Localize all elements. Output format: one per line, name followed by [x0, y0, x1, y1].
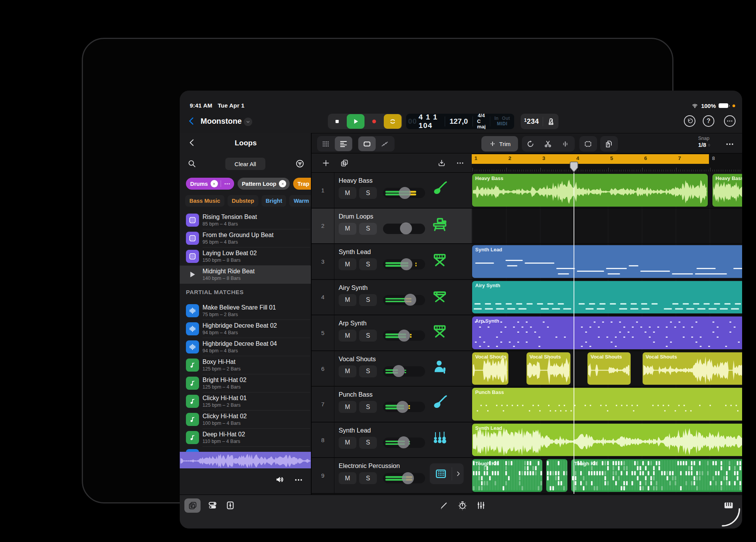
solo-button[interactable]: S: [359, 437, 377, 449]
solo-button[interactable]: S: [359, 365, 377, 377]
mute-button[interactable]: M: [339, 401, 356, 413]
instrument-keyboard-stand-icon[interactable]: [431, 322, 448, 339]
loop-list-item[interactable]: Boxy Hi-Hat125 bpm – 2 Bars: [180, 356, 312, 374]
mute-button[interactable]: M: [339, 365, 356, 377]
volume-knob[interactable]: [398, 436, 410, 448]
volume-slider[interactable]: [383, 295, 425, 305]
record-button[interactable]: [365, 114, 383, 129]
mute-button[interactable]: M: [339, 294, 356, 306]
region-vocal-shouts[interactable]: Vocal Shouts: [472, 352, 508, 385]
solo-button[interactable]: S: [359, 401, 377, 413]
fader-panel-button[interactable]: [225, 500, 235, 510]
volume-slider[interactable]: [383, 259, 425, 269]
region-heavy-bass[interactable]: Heavy Bass: [712, 174, 742, 207]
solo-button[interactable]: S: [359, 258, 377, 270]
arrangement-lanes[interactable]: Heavy BassHeavy BassSynth LeadAiry Synth…: [472, 173, 742, 494]
track-header-6[interactable]: 6Vocal ShoutsMS: [312, 351, 472, 387]
solo-button[interactable]: S: [359, 330, 377, 342]
import-track-button[interactable]: [437, 159, 446, 167]
timeline-ruler[interactable]: 12345678: [472, 153, 742, 173]
instrument-singer-icon[interactable]: [431, 358, 448, 375]
volume-knob[interactable]: [402, 472, 414, 484]
region-segment[interactable]: [546, 459, 567, 492]
volume-slider[interactable]: [383, 330, 425, 341]
volume-knob[interactable]: [393, 365, 405, 377]
loop-list-item[interactable]: Highbridge Decree Beat 0494 bpm – 4 Bars: [180, 338, 312, 356]
volume-slider[interactable]: [383, 473, 425, 483]
track-header-2[interactable]: 2Drum LoopsMS: [312, 209, 472, 244]
volume-knob[interactable]: [400, 258, 412, 270]
region-select-tool-button[interactable]: [358, 136, 376, 151]
playhead-pin[interactable]: [570, 162, 578, 173]
instrument-bass-guitar-icon[interactable]: [431, 394, 448, 411]
mute-button[interactable]: M: [339, 223, 356, 235]
track-header-more-button[interactable]: [456, 159, 464, 167]
back-chevron-icon[interactable]: [187, 116, 197, 126]
duplicate-track-button[interactable]: [340, 159, 349, 167]
region-punch-bass[interactable]: Punch Bass: [472, 388, 742, 421]
loop-list-item[interactable]: From the Ground Up Beat95 bpm – 4 Bars: [180, 229, 312, 247]
volume-slider[interactable]: [383, 402, 425, 412]
metronome-icon[interactable]: [547, 118, 555, 126]
region-heavy-bass[interactable]: Heavy Bass: [472, 174, 708, 207]
volume-knob[interactable]: [404, 294, 416, 306]
instrument-bass-guitar-icon[interactable]: [431, 180, 448, 197]
solo-button[interactable]: S: [359, 223, 377, 235]
track-header-9[interactable]: 9Electronic PercussionMS: [312, 458, 472, 494]
paste-tool-button[interactable]: [600, 136, 618, 151]
track-header-1[interactable]: 1Heavy BassMS: [312, 173, 472, 209]
volume-knob[interactable]: [399, 187, 411, 199]
mixer-button[interactable]: [476, 500, 486, 510]
toolbar-more-button[interactable]: [725, 140, 734, 149]
volume-knob[interactable]: [397, 401, 408, 413]
project-title[interactable]: Moonstone: [201, 117, 242, 126]
project-chevron-down-icon[interactable]: [244, 118, 252, 126]
preview-more-button[interactable]: [294, 475, 303, 485]
cycle-range-band[interactable]: [472, 154, 709, 164]
region-airy-synth[interactable]: Airy Synth: [472, 281, 742, 314]
instrument-keyboard-flat-icon[interactable]: [431, 287, 448, 304]
automation-tool-button[interactable]: [376, 136, 393, 151]
track-header-5[interactable]: 5Arp SynthMS: [312, 315, 472, 351]
loop-list-item[interactable]: Deep Hi-Hat 02110 bpm – 4 Bars: [180, 429, 312, 447]
region-vocal-shouts[interactable]: Vocal Shouts: [643, 352, 742, 385]
undo-button[interactable]: [684, 115, 695, 127]
region-vocal-shouts[interactable]: Vocal Shouts: [587, 352, 631, 385]
solo-button[interactable]: S: [359, 472, 377, 484]
volume-slider[interactable]: [383, 438, 425, 448]
mute-button[interactable]: M: [339, 187, 356, 199]
volume-slider[interactable]: [383, 366, 425, 377]
track-header-4[interactable]: 4Airy SynthMS: [312, 280, 472, 316]
region-tough-kit[interactable]: Tough Kit: [571, 459, 742, 492]
split-tool-button[interactable]: [539, 136, 557, 151]
loop-list-item[interactable]: Rising Tension Beat85 bpm – 4 Bars: [180, 211, 312, 229]
grid-view-button[interactable]: [317, 136, 334, 151]
instrument-strings-icon[interactable]: [431, 429, 448, 446]
mute-button[interactable]: M: [339, 437, 356, 449]
solo-button[interactable]: S: [359, 294, 377, 306]
mute-button[interactable]: M: [339, 330, 356, 342]
track-header-8[interactable]: 8Synth LeadMS: [312, 422, 472, 458]
marquee-tool-button[interactable]: [579, 136, 597, 151]
tracks-view-button[interactable]: [335, 136, 352, 151]
expand-chevron-icon[interactable]: [455, 470, 462, 477]
instrument-keyboard-stand-icon[interactable]: [431, 251, 448, 268]
region-synth-lead[interactable]: Synth Lead: [472, 245, 742, 278]
loop-list-item[interactable]: Laying Low Beat 02150 bpm – 8 Bars: [180, 247, 312, 266]
loop-list-item[interactable]: Clicky Hi-Hat 02100 bpm – 4 Bars: [180, 411, 312, 429]
lcd-display[interactable]: 00 4 1 1 104 127,0 4/4 C maj InOut MIDI: [406, 114, 514, 129]
loop-list-item[interactable]: Highbridge Decree Beat 0294 bpm – 4 Bars: [180, 320, 312, 338]
volume-knob[interactable]: [400, 222, 412, 234]
loop-list-item[interactable]: Bright Hi-Hat 02125 bpm – 4 Bars: [180, 374, 312, 392]
trim-tool-button[interactable]: Trim: [481, 136, 518, 151]
loop-preview-waveform[interactable]: [180, 452, 312, 468]
volume-knob[interactable]: [398, 330, 410, 342]
region-vocal-shouts[interactable]: Vocal Shouts: [526, 352, 570, 385]
more-options-button[interactable]: [724, 115, 736, 127]
loop-list-item[interactable]: Clicky Hi-Hat 01125 bpm – 2 Bars: [180, 392, 312, 411]
loops-browser-toggle-button[interactable]: [184, 498, 201, 513]
volume-slider[interactable]: [383, 188, 425, 198]
region-arp-synth[interactable]: Arp Synth: [472, 316, 742, 349]
help-button[interactable]: ?: [703, 115, 714, 127]
snap-control[interactable]: Snap 1/8: [698, 136, 711, 148]
